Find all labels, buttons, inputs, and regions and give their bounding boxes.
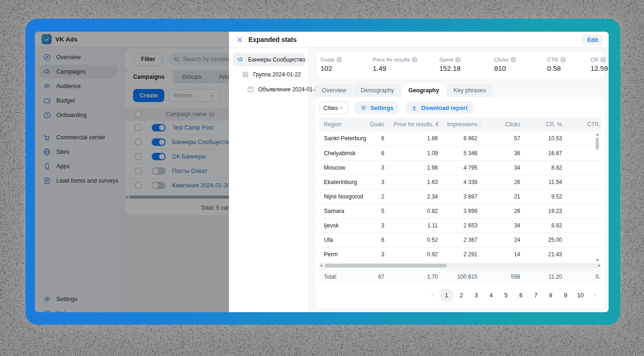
stat-value: 0.58 bbox=[547, 64, 590, 72]
geo-cell: Ijevsk bbox=[319, 218, 361, 233]
geo-column-header[interactable]: Price for results, € bbox=[389, 117, 443, 131]
geo-table-row[interactable]: Ijevsk31.112 653348.82 bbox=[319, 218, 601, 233]
geo-column-header[interactable]: CR, % bbox=[525, 117, 567, 131]
geo-table-row[interactable]: Ufa60.522 3672425.00 bbox=[319, 233, 601, 247]
page-button-9[interactable]: 9 bbox=[559, 289, 572, 301]
geo-cell: 1.98 bbox=[389, 160, 443, 175]
geo-cell: 6 962 bbox=[443, 131, 482, 146]
geo-cell: Ekaterinburg bbox=[319, 175, 361, 189]
stat-value: 102 bbox=[321, 64, 373, 72]
geo-column-header[interactable]: CTR, bbox=[567, 117, 601, 131]
scroll-up-arrow-icon[interactable] bbox=[596, 133, 599, 136]
page-button-7[interactable]: 7 bbox=[530, 289, 542, 301]
hierarchy-tree: Баннеры СообществоГруппа 2024-01-22Объяв… bbox=[229, 48, 309, 312]
page-button-10[interactable]: 10 bbox=[574, 289, 587, 301]
page-button-1[interactable]: 1 bbox=[440, 289, 453, 301]
panel-content: Goals?102Price for results?1.49Spent?152… bbox=[309, 48, 609, 312]
close-icon[interactable] bbox=[236, 36, 243, 43]
geo-cell: 25.00 bbox=[525, 233, 567, 247]
geo-cell: 2 bbox=[361, 189, 389, 204]
stat-value: 1.49 bbox=[373, 64, 439, 72]
geo-cell: 14 bbox=[482, 247, 525, 261]
sort-desc-icon: ↓ bbox=[479, 122, 482, 127]
tree-item-label: Группа 2024-01-22 bbox=[253, 71, 301, 78]
geo-table-row[interactable]: Ekaterinburg31.634 3382611.54 bbox=[319, 175, 601, 189]
help-badge-icon: ? bbox=[455, 57, 461, 62]
settings-button[interactable]: Settings bbox=[355, 102, 399, 114]
geo-cell: 2.34 bbox=[389, 189, 443, 204]
geo-total-cell: 67 bbox=[361, 270, 389, 284]
vk-ads-app: VK Ads OverviewCampaignsAudienceBudgetOn… bbox=[35, 32, 609, 312]
tab-key-phrases[interactable]: Key phrases bbox=[447, 83, 492, 97]
tree-item[interactable]: Группа 2024-01-22 bbox=[238, 68, 305, 81]
pagination-prev-icon[interactable] bbox=[427, 289, 438, 301]
download-report-button[interactable]: Download report bbox=[405, 102, 473, 114]
stats-tabs: OverviewDemographyGeographyKey phrases bbox=[315, 83, 605, 97]
edit-button[interactable]: Edit bbox=[582, 34, 603, 45]
geo-cell: Ufa bbox=[319, 233, 361, 247]
tree-item[interactable]: Объявление 2024-01-22 bbox=[243, 82, 305, 96]
geo-table-row[interactable]: Samara50.823 6992619.23 bbox=[319, 204, 601, 218]
ad-icon bbox=[247, 85, 255, 93]
geography-card: Cities Settings Download report bbox=[315, 97, 605, 308]
geo-vertical-scrollbar[interactable] bbox=[595, 133, 599, 261]
dimension-select[interactable]: Cities bbox=[319, 102, 348, 114]
geo-total-cell: Total: bbox=[319, 270, 361, 284]
geo-table-row[interactable]: Chelyabinsk61.095 3463616.67 bbox=[319, 146, 601, 160]
tab-demography[interactable]: Demography bbox=[354, 83, 401, 97]
geo-cell: 11.54 bbox=[525, 175, 567, 189]
scroll-right-arrow-icon[interactable] bbox=[598, 264, 600, 267]
summary-stat-spent: Spent?152.18 bbox=[439, 57, 494, 80]
page-button-8[interactable]: 8 bbox=[544, 289, 557, 301]
geo-cell: Perm bbox=[319, 247, 361, 261]
window-frame: VK Ads OverviewCampaignsAudienceBudgetOn… bbox=[26, 19, 620, 325]
help-badge-icon: ? bbox=[336, 57, 342, 62]
stat-label: CTR? bbox=[547, 57, 590, 62]
tree-item[interactable]: Баннеры Сообщество bbox=[233, 53, 305, 66]
scrollbar-thumb[interactable] bbox=[596, 137, 599, 150]
geo-cell: Samara bbox=[319, 204, 361, 218]
geo-cell: 3 bbox=[361, 218, 389, 233]
geo-column-header[interactable]: Region bbox=[319, 117, 361, 131]
page-button-6[interactable]: 6 bbox=[515, 289, 527, 301]
geo-table-row[interactable]: Perm30.922 2911421.43 bbox=[319, 247, 601, 261]
geo-table-wrap: RegionGoalsPrice for results, €Impressio… bbox=[319, 117, 601, 261]
tab-overview[interactable]: Overview bbox=[315, 83, 353, 97]
geo-cell: 6 bbox=[361, 146, 389, 160]
stat-value: 810 bbox=[494, 64, 547, 72]
geo-cell: 1.11 bbox=[389, 218, 443, 233]
geo-column-header[interactable]: Clicks bbox=[482, 117, 525, 131]
geo-column-header[interactable]: Impressions↓ bbox=[443, 117, 482, 131]
page-button-4[interactable]: 4 bbox=[485, 289, 497, 301]
tab-geography[interactable]: Geography bbox=[402, 83, 446, 97]
page-button-3[interactable]: 3 bbox=[470, 289, 483, 301]
help-badge-icon: ? bbox=[600, 57, 606, 62]
page-button-2[interactable]: 2 bbox=[455, 289, 468, 301]
geo-cell: 34 bbox=[482, 218, 525, 233]
summary-stat-clicks: Clicks?810 bbox=[494, 57, 547, 80]
geo-column-header[interactable]: Goals bbox=[361, 117, 389, 131]
geo-cell: 26 bbox=[482, 175, 525, 189]
scroll-left-arrow-icon[interactable] bbox=[320, 264, 322, 267]
stat-label: CR? bbox=[590, 57, 609, 62]
geo-table-row[interactable]: Sankt-Peterburg61.866 9625710.53 bbox=[319, 131, 601, 146]
summary-stats-card: Goals?102Price for results?1.49Spent?152… bbox=[315, 51, 605, 80]
geo-cell: Sankt-Peterburg bbox=[319, 131, 361, 146]
geo-cell: 10.53 bbox=[525, 131, 567, 146]
geo-cell: 5 bbox=[361, 204, 389, 218]
geo-total-cell: 11.20 bbox=[525, 270, 567, 284]
summary-stat-cr: CR?12.59 bbox=[590, 57, 609, 80]
scrollbar-thumb[interactable] bbox=[325, 264, 447, 267]
geo-cell: 8.82 bbox=[525, 218, 567, 233]
stat-label: Spent? bbox=[439, 57, 494, 62]
summary-stat-goals: Goals?102 bbox=[321, 57, 373, 80]
geo-controls: Cities Settings Download report bbox=[319, 102, 601, 114]
page-button-5[interactable]: 5 bbox=[500, 289, 512, 301]
scroll-down-arrow-icon[interactable] bbox=[596, 259, 599, 261]
geo-cell: 21.43 bbox=[525, 247, 567, 261]
pagination: 12345678910 bbox=[427, 289, 600, 301]
geo-table-row[interactable]: Moscow31.984 795348.82 bbox=[319, 160, 601, 175]
geo-horizontal-scrollbar[interactable] bbox=[319, 263, 601, 268]
geo-table-row[interactable]: Nijnii Novgorod22.343 887219.52 bbox=[319, 189, 601, 204]
pagination-next-icon[interactable] bbox=[589, 289, 600, 301]
